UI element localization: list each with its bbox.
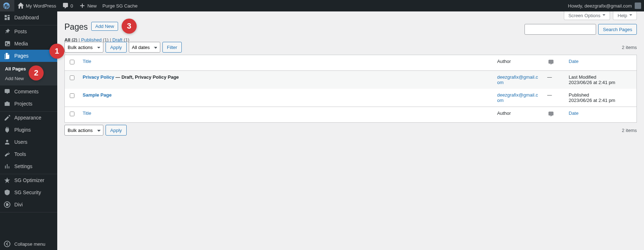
menu-pages[interactable]: Pages (0, 50, 57, 62)
col-title-sort[interactable]: Title (83, 59, 91, 64)
row-comments: — (544, 89, 565, 107)
menu-sg-optimizer[interactable]: SG Optimizer (0, 174, 57, 186)
col-comments[interactable] (544, 107, 565, 123)
help-label: Help (618, 13, 627, 18)
menu-media[interactable]: Media (0, 38, 57, 50)
menu-tools[interactable]: Tools (0, 148, 57, 160)
menu-users[interactable]: Users (0, 136, 57, 148)
select-all-top[interactable] (70, 60, 74, 64)
row-date-value: 2023/06/26 at 2:41 pm (569, 80, 615, 85)
comments-link[interactable]: 0 (59, 0, 76, 11)
menu-plugins[interactable]: Plugins (0, 124, 57, 136)
avatar (635, 3, 641, 9)
plugins-icon (4, 126, 11, 133)
tablenav-top: Bulk actions Apply All dates Filter 2 it… (64, 42, 637, 53)
chevron-down-icon (629, 13, 632, 18)
pin-icon (4, 28, 11, 35)
row-checkbox[interactable] (70, 75, 74, 80)
menu-sg-security[interactable]: SG Security (0, 186, 57, 198)
menu-users-label: Users (14, 139, 28, 145)
menu-comments[interactable]: Comments (0, 85, 57, 98)
apply-button-bottom[interactable]: Apply (106, 125, 127, 136)
annotation-badge-2: 2 (29, 65, 44, 80)
col-title-sort[interactable]: Title (83, 111, 91, 116)
col-date-sort[interactable]: Date (569, 111, 579, 116)
pages-icon (4, 52, 11, 59)
row-title-link[interactable]: Privacy Policy (83, 74, 114, 80)
screen-meta: Screen Options Help (561, 11, 637, 20)
media-icon (4, 40, 11, 47)
comment-bubble-icon (547, 113, 555, 119)
filter-button[interactable]: Filter (162, 42, 182, 53)
row-date-status: Last Modified (569, 74, 596, 80)
dates-select[interactable]: All dates (129, 42, 160, 53)
row-date-status: Published (569, 92, 589, 98)
new-label: New (87, 3, 97, 9)
menu-dashboard-label: Dashboard (14, 15, 39, 20)
screen-options-label: Screen Options (569, 13, 601, 18)
menu-projects[interactable]: Projects (0, 98, 57, 110)
plus-icon (79, 2, 86, 9)
screen-options-toggle[interactable]: Screen Options (564, 11, 610, 20)
tablenav-bottom: Bulk actions Apply 2 items (64, 125, 637, 136)
divi-icon (4, 201, 11, 208)
site-name-label: My WordPress (26, 3, 56, 9)
row-checkbox[interactable] (70, 93, 74, 98)
menu-settings[interactable]: Settings (0, 160, 57, 172)
collapse-menu[interactable]: Collapse menu (0, 238, 57, 250)
menu-divi[interactable]: Divi (0, 198, 57, 211)
col-author: Author (494, 107, 544, 123)
new-content[interactable]: New (76, 0, 99, 11)
items-count-top: 2 items (622, 45, 637, 50)
comment-icon (62, 2, 69, 9)
menu-dashboard[interactable]: Dashboard (0, 11, 57, 24)
bulk-actions-select-bottom[interactable]: Bulk actions (64, 125, 103, 136)
wp-logo[interactable] (0, 0, 14, 11)
table-row: Sample Page deezgrafix@gmail.com — Publi… (65, 89, 637, 107)
row-date-value: 2023/06/26 at 2:41 pm (569, 98, 615, 103)
col-comments[interactable] (544, 55, 565, 71)
purge-cache-label: Purge SG Cache (102, 3, 137, 9)
settings-icon (4, 163, 11, 170)
pages-table: Title Author Date Privacy Policy — Draft… (64, 55, 637, 123)
collapse-icon (4, 240, 11, 247)
wordpress-icon (3, 2, 10, 9)
bulk-actions-select[interactable]: Bulk actions (64, 42, 103, 53)
add-new-button[interactable]: Add New (91, 22, 118, 31)
select-all-bottom[interactable] (70, 112, 74, 116)
row-author-link[interactable]: deezgrafix@gmail.com (497, 74, 538, 85)
col-date-sort[interactable]: Date (569, 59, 579, 64)
row-comments: — (544, 71, 565, 89)
users-icon (4, 138, 11, 146)
menu-appearance[interactable]: Appearance (0, 112, 57, 124)
howdy-text: Howdy, deezgrafix@gmail.com (568, 3, 632, 9)
page-title: Pages (64, 19, 88, 33)
items-count-bottom: 2 items (622, 128, 637, 133)
content-area: Screen Options Help Pages Add New 3 All … (57, 11, 644, 250)
menu-plugins-label: Plugins (14, 127, 31, 133)
portfolio-icon (4, 100, 11, 107)
comments-count: 0 (70, 3, 73, 9)
search-box: Search Pages (525, 24, 637, 35)
chevron-down-icon (602, 13, 605, 18)
comment-icon (4, 88, 11, 95)
sg-security-icon (4, 189, 11, 196)
appearance-icon (4, 114, 11, 121)
menu-divi-label: Divi (14, 202, 23, 207)
table-row: Privacy Policy — Draft, Privacy Policy P… (65, 71, 637, 89)
help-toggle[interactable]: Help (613, 11, 637, 20)
row-author-link[interactable]: deezgrafix@gmail.com (497, 92, 538, 103)
search-button[interactable]: Search Pages (598, 24, 637, 35)
menu-media-label: Media (14, 41, 28, 46)
svg-point-1 (4, 241, 10, 247)
search-input[interactable] (525, 24, 596, 35)
comment-bubble-icon (547, 62, 555, 67)
admin-menu: Dashboard Posts Media Pages All Pages Ad… (0, 11, 57, 250)
apply-button[interactable]: Apply (106, 42, 127, 53)
site-name[interactable]: My WordPress (14, 0, 59, 11)
menu-posts[interactable]: Posts (0, 25, 57, 38)
purge-cache[interactable]: Purge SG Cache (99, 0, 140, 11)
my-account[interactable]: Howdy, deezgrafix@gmail.com (565, 0, 644, 11)
admin-bar: My WordPress 0 New Purge SG Cache Howdy,… (0, 0, 644, 11)
row-title-link[interactable]: Sample Page (83, 92, 112, 98)
